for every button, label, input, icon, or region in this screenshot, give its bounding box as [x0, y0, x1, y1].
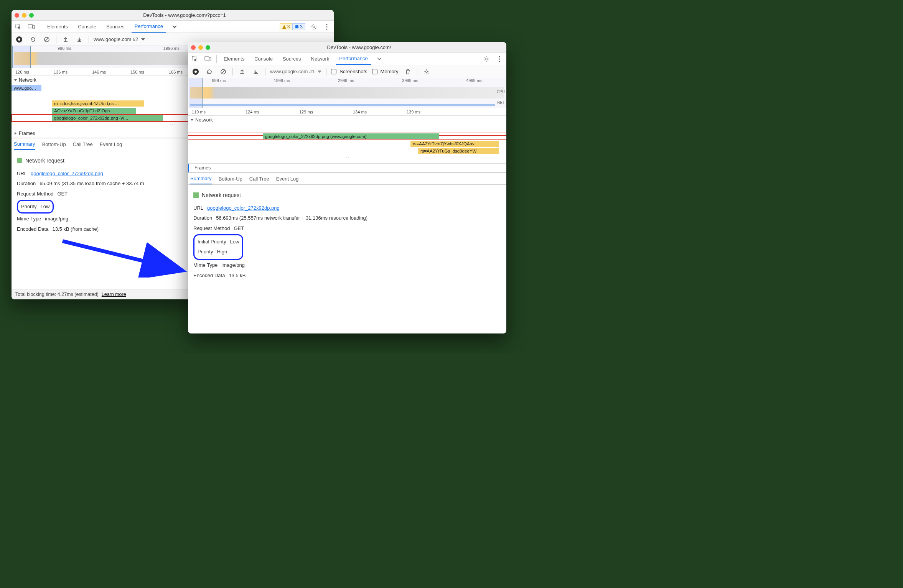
- record-button[interactable]: [191, 67, 200, 76]
- encoded-value: 13.5 kB (from cache): [52, 225, 99, 234]
- inspect-icon[interactable]: [190, 54, 199, 64]
- close-icon[interactable]: [191, 45, 196, 50]
- tab-performance[interactable]: Performance: [132, 21, 166, 33]
- memory-toggle[interactable]: Memory: [372, 69, 399, 74]
- svg-point-13: [486, 58, 488, 60]
- settings-icon[interactable]: [422, 67, 431, 76]
- upload-icon[interactable]: [237, 67, 247, 76]
- priority-callout: Initial Priority Low Priority High: [193, 234, 243, 260]
- request-bar[interactable]: AGvuzYaZuuCrJpF1idZiOgh…: [52, 108, 136, 114]
- device-toggle-icon[interactable]: [203, 54, 213, 64]
- tab-bottomup[interactable]: Bottom-Up: [219, 173, 242, 184]
- svg-rect-1: [28, 25, 33, 28]
- url-link[interactable]: googlelogo_color_272x92dp.png: [207, 204, 280, 213]
- svg-point-5: [326, 24, 328, 25]
- reload-button[interactable]: [205, 67, 214, 76]
- tab-sources[interactable]: Sources: [280, 53, 304, 65]
- more-tabs-icon[interactable]: [375, 54, 384, 64]
- clear-button[interactable]: [219, 67, 228, 76]
- tab-elements[interactable]: Elements: [44, 21, 71, 33]
- priority-label: Priority: [21, 202, 36, 212]
- overview-timeline[interactable]: 999 ms1999 ms2999 ms3999 ms4999 ms CPU N…: [188, 78, 506, 108]
- clear-button[interactable]: [42, 35, 51, 44]
- record-button[interactable]: [15, 35, 24, 44]
- tab-console[interactable]: Console: [75, 21, 99, 33]
- upload-icon[interactable]: [61, 35, 70, 44]
- request-bar[interactable]: m=cdos,hsm,jsa,mb4ZUb,d,csi…: [52, 100, 144, 107]
- tab-elements[interactable]: Elements: [221, 53, 247, 65]
- info-badge[interactable]: 3: [292, 23, 305, 30]
- frames-header[interactable]: Frames: [188, 164, 506, 172]
- selection-range[interactable]: [12, 46, 31, 68]
- screenshots-toggle[interactable]: Screenshots: [331, 69, 367, 74]
- window-title: DevTools - www.google.com/?pccc=1: [38, 12, 331, 18]
- more-icon[interactable]: ⋯: [188, 155, 506, 162]
- request-bar[interactable]: rs=AA2YrTuGs_dsg3deeYW: [418, 148, 499, 154]
- minimize-icon[interactable]: [198, 45, 203, 50]
- titlebar[interactable]: DevTools - www.google.com/?pccc=1: [12, 10, 334, 21]
- blocking-time: Total blocking time: 4.27ms (estimated): [15, 292, 99, 297]
- svg-rect-2: [33, 25, 35, 29]
- issues-badges[interactable]: 3 3: [280, 23, 305, 30]
- summary-panel: Network request URL googlelogo_color_272…: [188, 185, 506, 283]
- network-header[interactable]: Network: [188, 116, 506, 124]
- method-label: Request Method: [17, 189, 53, 199]
- tab-performance[interactable]: Performance: [336, 53, 371, 65]
- settings-icon[interactable]: [482, 54, 491, 64]
- learn-more-link[interactable]: Learn more: [102, 292, 126, 297]
- svg-line-18: [222, 70, 225, 73]
- svg-rect-3: [295, 25, 298, 28]
- priority-callout: Priority Low: [17, 200, 54, 214]
- method-value: GET: [234, 224, 244, 233]
- url-label: URL: [17, 169, 27, 179]
- tab-eventlog[interactable]: Event Log: [276, 173, 299, 184]
- download-icon[interactable]: [75, 35, 84, 44]
- reload-button[interactable]: [28, 35, 38, 44]
- window-title: DevTools - www.google.com/: [215, 44, 503, 50]
- warnings-badge[interactable]: 3: [280, 23, 293, 30]
- tab-sources[interactable]: Sources: [103, 21, 128, 33]
- tab-console[interactable]: Console: [251, 53, 276, 65]
- request-bar[interactable]: rs=AA2YrTvm7jYwbsf0XJQAav: [410, 141, 499, 147]
- tab-summary[interactable]: Summary: [190, 173, 212, 184]
- encoded-label: Encoded Data: [193, 271, 225, 281]
- ruler[interactable]: 119 ms 124 ms 129 ms 134 ms 139 ms: [188, 108, 506, 116]
- url-label: URL: [193, 204, 203, 213]
- zoom-icon[interactable]: [206, 45, 210, 50]
- kebab-menu-icon[interactable]: [322, 22, 331, 31]
- duration-label: Duration: [193, 214, 212, 223]
- chevron-down-icon: [141, 38, 145, 41]
- tab-eventlog[interactable]: Event Log: [100, 138, 122, 150]
- zoom-icon[interactable]: [29, 13, 34, 18]
- kebab-menu-icon[interactable]: [495, 54, 504, 64]
- priority-value: High: [217, 247, 227, 257]
- perf-toolbar: www.google.com #1 Screenshots Memory: [188, 65, 506, 78]
- request-bar-selected[interactable]: googlelogo_color_272x92dp.png (w…: [52, 115, 163, 121]
- triangle-down-icon: [14, 79, 17, 81]
- settings-icon[interactable]: [309, 22, 318, 31]
- inspect-icon[interactable]: [14, 22, 23, 31]
- page-select[interactable]: www.google.com #2: [94, 36, 145, 42]
- svg-rect-11: [204, 57, 209, 60]
- tab-calltree[interactable]: Call Tree: [249, 173, 269, 184]
- duration-value: 65.09 ms (31.35 ms load from cache + 33.…: [40, 179, 144, 189]
- tab-calltree[interactable]: Call Tree: [73, 138, 93, 150]
- tab-network[interactable]: Network: [308, 53, 333, 65]
- svg-point-7: [326, 28, 328, 30]
- request-bar[interactable]: www.goo…: [12, 85, 41, 91]
- device-toggle-icon[interactable]: [27, 22, 36, 31]
- encoded-value: 13.5 kB: [229, 271, 246, 281]
- category-swatch-icon: [193, 192, 199, 198]
- tab-summary[interactable]: Summary: [14, 138, 35, 150]
- page-select[interactable]: www.google.com #1: [270, 69, 321, 74]
- tab-bottomup[interactable]: Bottom-Up: [42, 138, 66, 150]
- trash-icon[interactable]: [403, 67, 412, 76]
- close-icon[interactable]: [15, 13, 19, 18]
- download-icon[interactable]: [251, 67, 260, 76]
- url-link[interactable]: googlelogo_color_272x92dp.png: [31, 169, 103, 179]
- initial-priority-label: Initial Priority: [198, 237, 226, 247]
- more-tabs-icon[interactable]: [170, 22, 179, 31]
- minimize-icon[interactable]: [22, 13, 26, 18]
- selection-range[interactable]: [189, 78, 203, 108]
- titlebar[interactable]: DevTools - www.google.com/: [188, 42, 506, 53]
